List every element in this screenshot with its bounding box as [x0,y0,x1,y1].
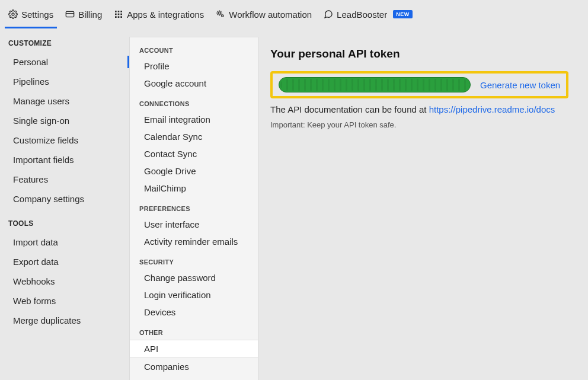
nav-settings[interactable]: Settings [7,0,55,28]
sidebar-item-sso[interactable]: Single sign-on [6,111,129,130]
sidebar-item-import-data[interactable]: Import data [6,232,129,252]
sidebar-item-export-data[interactable]: Export data [6,252,129,272]
nav-leadbooster[interactable]: LeadBooster NEW [322,0,414,28]
sub-item-activity-reminder-emails[interactable]: Activity reminder emails [130,233,258,250]
sidebar-item-web-forms[interactable]: Web forms [6,291,129,311]
svg-point-13 [222,15,223,17]
nav-label: Apps & integrations [127,9,204,20]
main-container: CUSTOMIZE Personal Pipelines Manage user… [0,28,588,380]
nav-label: Workflow automation [229,9,312,20]
sub-item-contact-sync[interactable]: Contact Sync [130,145,258,162]
top-nav: Settings Billing Apps & integrations Wor… [0,0,588,28]
sidebar-item-company-settings[interactable]: Company settings [6,189,129,209]
subgroup-title: CONNECTIONS [130,100,258,111]
svg-rect-5 [121,11,123,12]
gears-icon [216,9,225,19]
sub-sidebar: ACCOUNT Profile Google account CONNECTIO… [129,37,258,380]
doc-line: The API documentation can be found at ht… [270,104,570,114]
nav-apps[interactable]: Apps & integrations [113,0,205,28]
sidebar-item-pipelines[interactable]: Pipelines [6,72,129,91]
sidebar-item-features[interactable]: Features [6,170,129,189]
sidebar-item-important-fields[interactable]: Important fields [6,150,129,170]
nav-label: Billing [78,9,102,20]
svg-rect-1 [66,11,74,17]
sub-item-login-verification[interactable]: Login verification [130,286,258,304]
chat-icon [324,9,333,19]
subgroup-title: PREFERENCES [130,205,258,216]
generate-new-token-link[interactable]: Generate new token [480,80,560,90]
svg-rect-4 [118,11,120,12]
sub-item-change-password[interactable]: Change password [130,269,258,286]
nav-label: LeadBooster [337,9,387,20]
sub-item-api[interactable]: API [130,340,258,358]
sidebar-group-title: TOOLS [8,219,129,228]
svg-point-12 [218,12,220,14]
content-area: Your personal API token Generate new tok… [258,28,588,380]
grid-icon [114,9,123,19]
api-token-redacted[interactable] [279,77,471,92]
sub-item-companies[interactable]: Companies [130,358,258,375]
sidebar-left: CUSTOMIZE Personal Pipelines Manage user… [0,28,129,380]
sub-item-email-integration[interactable]: Email integration [130,111,258,128]
sidebar-item-personal[interactable]: Personal [6,52,129,72]
doc-link[interactable]: https://pipedrive.readme.io/docs [429,104,555,114]
nav-billing[interactable]: Billing [64,0,103,28]
nav-workflow[interactable]: Workflow automation [215,0,313,28]
safety-note: Important: Keep your API token safe. [270,120,570,129]
sub-item-profile[interactable]: Profile [130,58,258,75]
new-badge: NEW [393,10,413,18]
svg-rect-11 [121,16,123,18]
sub-item-google-drive[interactable]: Google Drive [130,162,258,180]
page-title: Your personal API token [270,47,570,60]
svg-point-0 [12,13,14,15]
sub-item-devices[interactable]: Devices [130,304,258,321]
svg-rect-8 [121,14,123,15]
sidebar-item-manage-users[interactable]: Manage users [6,91,129,111]
sidebar-item-customize-fields[interactable]: Customize fields [6,130,129,150]
sidebar-item-webhooks[interactable]: Webhooks [6,272,129,291]
card-icon [65,9,75,19]
token-highlight-box: Generate new token [270,71,568,98]
sub-item-google-account[interactable]: Google account [130,75,258,92]
svg-rect-7 [118,14,120,15]
sidebar-item-merge-duplicates[interactable]: Merge duplicates [6,311,129,330]
svg-rect-9 [115,16,117,18]
svg-rect-10 [118,16,120,18]
subgroup-title: ACCOUNT [130,47,258,58]
svg-rect-6 [115,14,117,15]
doc-prefix: The API documentation can be found at [270,104,429,114]
subgroup-title: SECURITY [130,258,258,269]
sub-item-mailchimp[interactable]: MailChimp [130,180,258,197]
sidebar-group-title: CUSTOMIZE [8,39,129,47]
sub-item-calendar-sync[interactable]: Calendar Sync [130,128,258,145]
sub-item-user-interface[interactable]: User interface [130,216,258,233]
svg-rect-3 [115,11,117,12]
subgroup-title: OTHER [130,329,258,340]
gear-icon [8,9,18,19]
nav-label: Settings [21,9,53,20]
